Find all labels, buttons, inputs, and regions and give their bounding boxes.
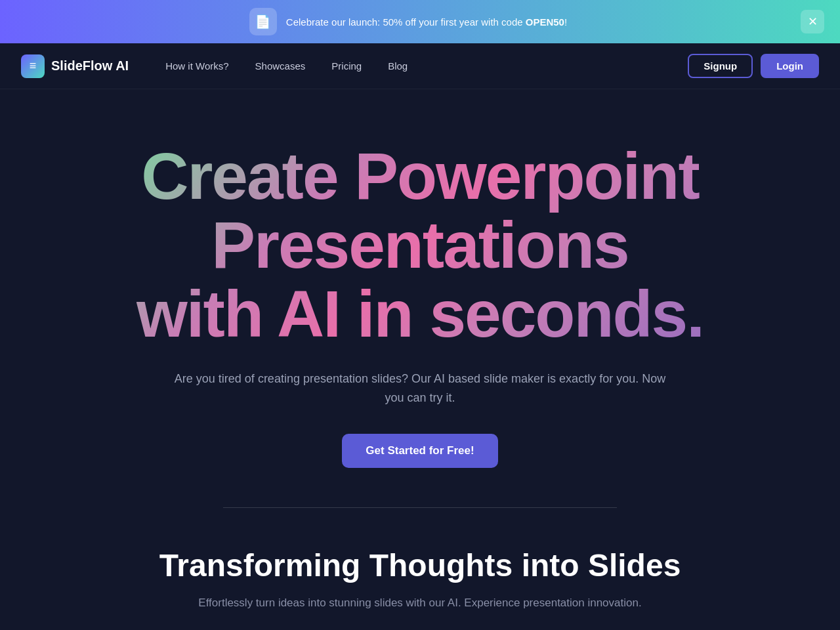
banner-text: Celebrate our launch: 50% off your first… — [286, 16, 567, 28]
banner-icon: 📄 — [249, 8, 277, 35]
nav-link-how-it-works[interactable]: How it Works? — [155, 55, 239, 77]
logo-text: SlideFlow AI — [51, 58, 129, 74]
banner-text-before: Celebrate our launch: 50% off your first… — [286, 16, 526, 28]
hero-subtitle: Are you tired of creating presentation s… — [164, 369, 676, 408]
nav-actions: Signup Login — [688, 54, 819, 78]
nav-link-blog[interactable]: Blog — [377, 55, 418, 77]
nav-links: How it Works? Showcases Pricing Blog — [155, 55, 688, 77]
transform-title: Transforming Thoughts into Slides — [39, 547, 801, 583]
hero-title-line1: Create Powerpoint — [141, 139, 699, 213]
signup-button[interactable]: Signup — [688, 54, 753, 78]
hero-title-line2: Presentations — [211, 208, 628, 282]
banner-text-after: ! — [564, 16, 567, 28]
navbar: ≡ SlideFlow AI How it Works? Showcases P… — [0, 43, 840, 89]
banner-close-button[interactable] — [801, 10, 824, 33]
close-icon — [808, 14, 818, 29]
announcement-banner: 📄 Celebrate our launch: 50% off your fir… — [0, 0, 840, 43]
promo-code: OPEN50 — [526, 16, 564, 28]
hero-title-line3: with AI in seconds. — [136, 277, 704, 350]
login-button[interactable]: Login — [761, 54, 819, 78]
banner-content: 📄 Celebrate our launch: 50% off your fir… — [16, 8, 801, 35]
logo-icon: ≡ — [21, 54, 45, 78]
hero-title: Create Powerpoint Presentations with AI … — [136, 142, 704, 348]
nav-link-pricing[interactable]: Pricing — [321, 55, 372, 77]
section-divider — [223, 507, 617, 508]
cta-button[interactable]: Get Started for Free! — [342, 434, 497, 468]
logo-link[interactable]: ≡ SlideFlow AI — [21, 54, 129, 78]
hero-section: Create Powerpoint Presentations with AI … — [0, 89, 840, 507]
transform-section: Transforming Thoughts into Slides Effort… — [0, 547, 840, 630]
document-icon: 📄 — [255, 14, 271, 30]
transform-subtitle: Effortlessly turn ideas into stunning sl… — [190, 597, 650, 610]
nav-link-showcases[interactable]: Showcases — [245, 55, 316, 77]
